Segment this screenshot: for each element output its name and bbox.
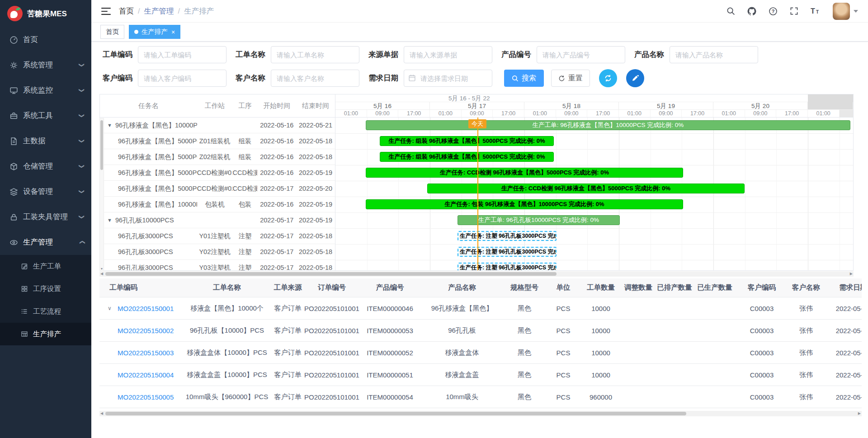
scrollbar-thumb[interactable] — [100, 120, 103, 170]
worktable-row[interactable]: MO202205150003移液盒盒体【10000】PCS客户订单PO20220… — [99, 342, 862, 364]
breadcrumb-home[interactable]: 首页 — [119, 6, 134, 16]
worktable-cell: 10000 — [581, 327, 620, 334]
gantt-tick-label: 01:00 — [619, 110, 651, 117]
task-station: Z01组装机 — [197, 137, 233, 146]
task-end-time: 2022-05-18 — [296, 248, 335, 255]
breadcrumb-production[interactable]: 生产管理 — [144, 6, 174, 16]
gantt-task-row[interactable]: 96孔孔板3000PCSY02注塑机注塑2022-05-172022-05-18 — [100, 244, 335, 260]
product-code-input[interactable] — [537, 46, 625, 63]
collapse-icon[interactable]: ▼ — [107, 217, 112, 223]
gantt-bar[interactable]: 生产任务: 注塑 96孔孔板3000PCS 完成比例: 0% — [458, 247, 557, 257]
gantt-task-row[interactable]: ▼96孔孔板10000PCS2022-05-172022-05-19 — [100, 212, 335, 228]
sidebar-item-home[interactable]: 首页 — [0, 27, 91, 52]
work-order-link[interactable]: MO202205150001 — [118, 305, 174, 312]
filter-label: 工单名称 — [236, 50, 265, 60]
gantt-bar[interactable]: 生产任务: 包装 96孔移液盒【黑色】10000PCS 完成比例: 0% — [366, 199, 683, 209]
task-start-time: 2022-05-16 — [257, 201, 296, 208]
work-order-code-input[interactable] — [138, 46, 226, 63]
user-menu[interactable] — [833, 3, 858, 20]
worktable-row[interactable]: MO20220515000510mm吸头【960000】PCS客户订单PO202… — [99, 386, 862, 408]
submenu-item-process-flow[interactable]: 工艺流程 — [0, 300, 91, 323]
scroll-left-icon[interactable]: ◀ — [100, 411, 103, 415]
gantt-task-row[interactable]: 96孔移液盒【黑色】5000PCSCCD检测#02CCD检测2022-05-17… — [100, 181, 335, 197]
table-horizontal-scrollbar[interactable]: ◀ ▶ — [99, 411, 862, 416]
sidebar-item-equipment[interactable]: 设备管理 ❯ — [0, 179, 91, 204]
edit-button[interactable] — [626, 69, 644, 87]
gantt-bar[interactable]: 生产工单: 96孔移液盒【黑色】10000PCS 完成比例: 0% — [366, 120, 850, 130]
customer-code-input[interactable] — [138, 70, 226, 87]
gantt-task-row[interactable]: 96孔移液盒【黑色】5000PCSZ01组装机组装2022-05-162022-… — [100, 133, 335, 149]
gantt-bar[interactable]: 生产任务: 注塑 96孔孔板3000PCS 完成比例: 0% — [458, 263, 557, 270]
sidebar-toggle-icon[interactable] — [101, 7, 111, 15]
gantt-day-label: 5月 18 — [524, 102, 619, 109]
gantt-tick-label: 17:00 — [682, 110, 713, 117]
work-order-name-input[interactable] — [271, 46, 359, 63]
worktable-row[interactable]: MO202205150004移液盒盒盖【10000】PCS客户订单PO20220… — [99, 364, 862, 386]
fullscreen-icon[interactable] — [790, 7, 798, 15]
gantt-task-row[interactable]: 96孔孔板3000PCSY03注塑机注塑2022-05-172022-05-18 — [100, 260, 335, 270]
active-dot-icon — [134, 30, 138, 34]
submenu-item-work-order[interactable]: 生产工单 — [0, 255, 91, 278]
source-doc-input[interactable] — [404, 46, 492, 63]
gantt-tick-label: 17:00 — [776, 110, 808, 117]
avatar[interactable] — [833, 3, 850, 20]
tab-production-scheduling[interactable]: 生产排产 × — [129, 25, 180, 39]
gantt-task-row[interactable]: 96孔移液盒【黑色】10000PCS包装机包装2022-05-162022-05… — [100, 197, 335, 212]
gantt-bar[interactable]: 生产任务: 组装 96孔移液盒【黑色】5000PCS 完成比例: 0% — [380, 136, 554, 146]
gantt-task-row[interactable]: 96孔移液盒【黑色】5000PCSZ02组装机组装2022-05-162022-… — [100, 149, 335, 165]
gantt-bar[interactable]: 生产工单: 96孔孔板10000PCS 完成比例: 0% — [458, 215, 620, 225]
worktable-row[interactable]: ∨MO202205150001移液盒【黑色】10000个客户订单PO202205… — [99, 297, 862, 320]
work-order-link[interactable]: MO202205150005 — [118, 393, 174, 401]
reset-button[interactable]: 重置 — [551, 70, 590, 87]
help-icon[interactable]: ? — [769, 7, 778, 16]
submenu-item-process-settings[interactable]: 工序设置 — [0, 278, 91, 300]
work-order-link[interactable]: MO202205150002 — [118, 327, 174, 334]
gantt-bar[interactable]: 生产任务: 组装 96孔移液盒【黑色】5000PCS 完成比例: 0% — [380, 152, 554, 162]
font-size-icon[interactable]: TT — [811, 7, 821, 15]
gantt-task-row[interactable]: ▼96孔移液盒【黑色】10000PCS2022-05-162022-05-21 — [100, 118, 335, 133]
gantt-horizontal-scrollbar[interactable]: ◀ ▶ — [99, 271, 854, 277]
product-name-input[interactable] — [670, 46, 758, 63]
worktable-cell: 960000 — [581, 393, 620, 401]
worktable-cell: 10mm吸头【960000】PCS — [183, 393, 271, 401]
scrollbar-thumb[interactable] — [105, 272, 557, 276]
sidebar-item-master-data[interactable]: 主数据 ❯ — [0, 128, 91, 154]
collapse-icon[interactable]: ▼ — [107, 122, 112, 128]
task-end-time: 2022-05-18 — [296, 232, 335, 240]
work-order-link[interactable]: MO202205150003 — [118, 349, 174, 357]
scroll-right-icon[interactable]: ▶ — [850, 272, 853, 276]
chevron-right-icon: ❯ — [79, 63, 85, 67]
close-icon[interactable]: × — [171, 29, 175, 35]
worktable-cell: 96孔孔板 — [420, 326, 504, 335]
sidebar-item-label: 生产管理 — [23, 237, 53, 247]
search-icon[interactable] — [726, 7, 735, 15]
gantt-vertical-scrollbar[interactable]: ▼ — [99, 118, 104, 271]
gantt-bar[interactable]: 生产任务: CCD检测 96孔移液盒【黑色】5000PCS 完成比例: 0% — [427, 184, 745, 193]
row-expand-icon[interactable]: ∨ — [108, 305, 112, 311]
scroll-down-icon[interactable]: ▼ — [100, 267, 104, 270]
gantt-bar[interactable]: 生产任务: 注塑 96孔孔板3000PCS 完成比例: 0% — [458, 231, 557, 241]
refresh-gantt-button[interactable] — [599, 69, 617, 87]
gantt-task-row[interactable]: 96孔孔板3000PCSY01注塑机注塑2022-05-172022-05-18 — [100, 228, 335, 244]
sidebar-item-system-monitor[interactable]: 系统监控 ❯ — [0, 78, 91, 103]
worktable-row[interactable]: MO20220515000296孔孔板【10000】PCS客户订单PO20220… — [99, 320, 862, 342]
work-order-link[interactable]: MO202205150004 — [118, 371, 174, 379]
sidebar-item-fixture[interactable]: 工装夹具管理 ❯ — [0, 204, 91, 230]
scroll-left-icon[interactable]: ◀ — [100, 272, 103, 276]
gantt-bar[interactable]: 生产任务: CCD检测 96孔移液盒【黑色】5000PCS 完成比例: 0% — [366, 168, 683, 178]
sidebar-item-system-management[interactable]: 系统管理 ❯ — [0, 52, 91, 78]
submenu-item-production-scheduling[interactable]: 生产排产 — [0, 323, 91, 345]
navbar: 首页 / 生产管理 / 生产排产 ? TT — [91, 0, 868, 23]
tab-home[interactable]: 首页 — [100, 25, 124, 39]
sidebar-item-warehouse[interactable]: 仓储管理 ❯ — [0, 154, 91, 179]
sidebar-item-system-tools[interactable]: 系统工具 ❯ — [0, 103, 91, 128]
demand-date-input[interactable] — [404, 70, 492, 87]
gantt-task-row[interactable]: 96孔移液盒【黑色】5000PCSCCD检测#01CCD检测2022-05-16… — [100, 165, 335, 181]
github-icon[interactable] — [747, 7, 756, 16]
gantt-day-label: 5月 19 — [619, 102, 713, 109]
search-button[interactable]: 搜索 — [504, 70, 544, 87]
scrollbar-thumb[interactable] — [105, 412, 686, 415]
customer-name-input[interactable] — [271, 70, 359, 87]
sidebar-item-production[interactable]: 生产管理 ❯ — [0, 230, 91, 255]
scroll-right-icon[interactable]: ▶ — [858, 411, 861, 415]
